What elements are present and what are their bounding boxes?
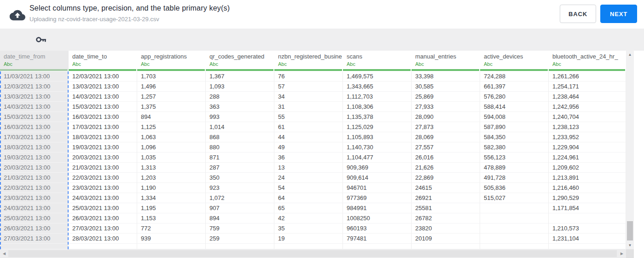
table-cell[interactable]: 1,469,575 — [343, 71, 412, 82]
back-button[interactable]: BACK — [560, 5, 596, 23]
table-cell[interactable] — [274, 244, 343, 249]
table-cell[interactable] — [137, 244, 206, 249]
table-cell[interactable]: 288 — [206, 92, 274, 102]
column-header[interactable]: active_devicesAbc — [480, 51, 549, 69]
column-header[interactable]: date_time_fromAbc — [0, 51, 69, 69]
table-cell[interactable]: 25581 — [412, 203, 480, 213]
table-cell[interactable]: 1,096 — [137, 142, 206, 152]
table-cell[interactable]: 1,233,952 — [549, 132, 626, 142]
next-button[interactable]: NEXT — [600, 5, 637, 23]
table-cell[interactable]: 28/03/2021 13:00 — [69, 234, 137, 244]
table-cell[interactable] — [0, 244, 69, 249]
table-cell[interactable]: 27,873 — [412, 122, 480, 132]
table-cell[interactable]: 27,933 — [412, 102, 480, 112]
table-cell[interactable]: 1,035 — [137, 152, 206, 163]
table-cell[interactable]: 25,869 — [412, 92, 480, 102]
table-cell[interactable]: 894 — [206, 213, 274, 223]
table-cell[interactable]: 19/03/2021 13:00 — [69, 142, 137, 152]
table-cell[interactable]: 1,254,171 — [549, 82, 626, 92]
table-cell[interactable]: 1,229,904 — [549, 142, 626, 152]
table-cell[interactable] — [206, 244, 274, 249]
table-cell[interactable]: 1,375 — [137, 102, 206, 112]
table-cell[interactable]: 14/03/2021 13:00 — [69, 92, 137, 102]
table-cell[interactable]: 26,016 — [412, 152, 480, 163]
table-cell[interactable]: 24 — [274, 173, 343, 183]
table-cell[interactable]: 12/03/2021 13:00 — [0, 82, 69, 92]
table-cell[interactable]: 984991 — [343, 203, 412, 213]
table-cell[interactable]: 21/03/2021 13:00 — [0, 173, 69, 183]
scroll-left-arrow[interactable]: ◀ — [3, 249, 6, 258]
table-cell[interactable]: 27/03/2021 13:00 — [0, 234, 69, 244]
table-cell[interactable] — [412, 244, 480, 249]
table-cell[interactable]: 17/03/2021 13:00 — [69, 122, 137, 132]
table-cell[interactable]: 16/03/2021 13:00 — [69, 112, 137, 122]
table-cell[interactable]: 1,224,961 — [549, 152, 626, 163]
table-cell[interactable]: 61 — [274, 122, 343, 132]
table-cell[interactable]: 1,125 — [137, 122, 206, 132]
scroll-right-arrow[interactable]: ▶ — [621, 249, 623, 258]
table-cell[interactable]: 584,350 — [480, 132, 549, 142]
table-cell[interactable]: 1,261,266 — [549, 71, 626, 82]
table-cell[interactable]: 35 — [274, 223, 343, 234]
table-cell[interactable]: 19 — [274, 234, 343, 244]
table-cell[interactable]: 19/03/2021 13:00 — [0, 152, 69, 163]
table-cell[interactable] — [69, 244, 137, 249]
table-cell[interactable]: 20/03/2021 13:00 — [0, 163, 69, 173]
table-cell[interactable]: 21/03/2021 13:00 — [69, 163, 137, 173]
table-cell[interactable]: 24/03/2021 13:00 — [0, 203, 69, 213]
table-cell[interactable]: 1,238,123 — [549, 122, 626, 132]
table-cell[interactable]: 18/03/2021 13:00 — [69, 132, 137, 142]
table-cell[interactable]: 894 — [137, 112, 206, 122]
table-cell[interactable]: 15/03/2021 13:00 — [69, 102, 137, 112]
table-cell[interactable]: 1,195 — [137, 203, 206, 213]
table-cell[interactable]: 594,008 — [480, 112, 549, 122]
table-cell[interactable]: 1,343,665 — [343, 82, 412, 92]
table-cell[interactable]: 505,836 — [480, 183, 549, 193]
table-cell[interactable]: 1,072 — [206, 193, 274, 203]
table-cell[interactable]: 49 — [274, 142, 343, 152]
table-cell[interactable] — [549, 213, 626, 223]
table-cell[interactable]: 1,210,573 — [549, 223, 626, 234]
table-cell[interactable]: 54 — [274, 183, 343, 193]
table-cell[interactable]: 772 — [137, 223, 206, 234]
table-cell[interactable] — [480, 244, 549, 249]
table-cell[interactable]: 1,496 — [137, 82, 206, 92]
table-cell[interactable]: 1,105,893 — [343, 132, 412, 142]
table-cell[interactable]: 1,242,956 — [549, 102, 626, 112]
table-cell[interactable]: 1008250 — [343, 213, 412, 223]
table-cell[interactable]: 26921 — [412, 193, 480, 203]
table-cell[interactable]: 23/03/2021 13:00 — [0, 193, 69, 203]
column-header[interactable]: app_registrationsAbc — [137, 51, 206, 69]
table-cell[interactable]: 1,140,730 — [343, 142, 412, 152]
table-cell[interactable]: 363 — [206, 102, 274, 112]
table-cell[interactable]: 11/03/2021 13:00 — [0, 71, 69, 82]
table-cell[interactable]: 28,069 — [412, 132, 480, 142]
column-header[interactable]: date_time_toAbc — [69, 51, 137, 69]
table-cell[interactable]: 44 — [274, 132, 343, 142]
table-cell[interactable]: 18/03/2021 13:00 — [0, 142, 69, 152]
scroll-down-arrow[interactable]: ▼ — [626, 243, 634, 247]
table-cell[interactable]: 57 — [274, 82, 343, 92]
table-cell[interactable]: 1,135,378 — [343, 112, 412, 122]
table-cell[interactable]: 1,190 — [137, 183, 206, 193]
table-cell[interactable]: 64 — [274, 193, 343, 203]
table-cell[interactable]: 31 — [274, 102, 343, 112]
table-cell[interactable]: 588,414 — [480, 102, 549, 112]
table-cell[interactable]: 34 — [274, 92, 343, 102]
table-cell[interactable]: 661,397 — [480, 82, 549, 92]
table-cell[interactable]: 23820 — [412, 223, 480, 234]
horizontal-scrollbar[interactable]: ◀ ▶ — [0, 249, 626, 258]
table-cell[interactable]: 1,014 — [206, 122, 274, 132]
table-cell[interactable]: 27,557 — [412, 142, 480, 152]
table-cell[interactable]: 1,104,477 — [343, 152, 412, 163]
table-cell[interactable]: 1,703 — [137, 71, 206, 82]
table-cell[interactable]: 21,626 — [412, 163, 480, 173]
table-cell[interactable]: 24/03/2021 13:00 — [69, 193, 137, 203]
table-cell[interactable]: 1,238,464 — [549, 92, 626, 102]
table-cell[interactable]: 22/03/2021 13:00 — [69, 173, 137, 183]
table-cell[interactable]: 759 — [206, 223, 274, 234]
table-cell[interactable] — [549, 244, 626, 249]
table-cell[interactable]: 1,313 — [137, 163, 206, 173]
table-cell[interactable]: 909,369 — [343, 163, 412, 173]
table-cell[interactable]: 724,288 — [480, 71, 549, 82]
